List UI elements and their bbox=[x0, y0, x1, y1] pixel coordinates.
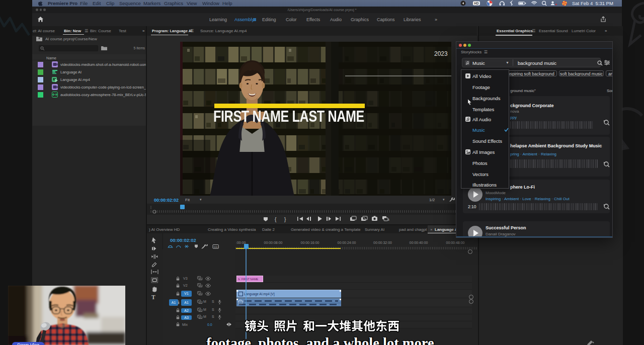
svg-text:00:00:48:00: 00:00:48:00 bbox=[446, 241, 465, 244]
svg-text:3: 3 bbox=[388, 218, 389, 221]
svg-text:00:00:40:00: 00:00:40:00 bbox=[410, 241, 428, 244]
svg-text:HD: HD bbox=[474, 2, 479, 5]
svg-text:00:00:08:00: 00:00:08:00 bbox=[264, 241, 283, 244]
svg-text:00:00:24:00: 00:00:24:00 bbox=[338, 241, 356, 244]
svg-text:}: } bbox=[284, 217, 286, 222]
svg-text:CC: CC bbox=[214, 245, 218, 248]
svg-text:2023: 2023 bbox=[434, 50, 448, 57]
svg-text:00:00:32:00: 00:00:32:00 bbox=[373, 241, 392, 244]
svg-text:T: T bbox=[151, 294, 155, 300]
svg-text:00:00:16:00: 00:00:16:00 bbox=[301, 241, 319, 244]
svg-text:{: { bbox=[275, 217, 277, 222]
